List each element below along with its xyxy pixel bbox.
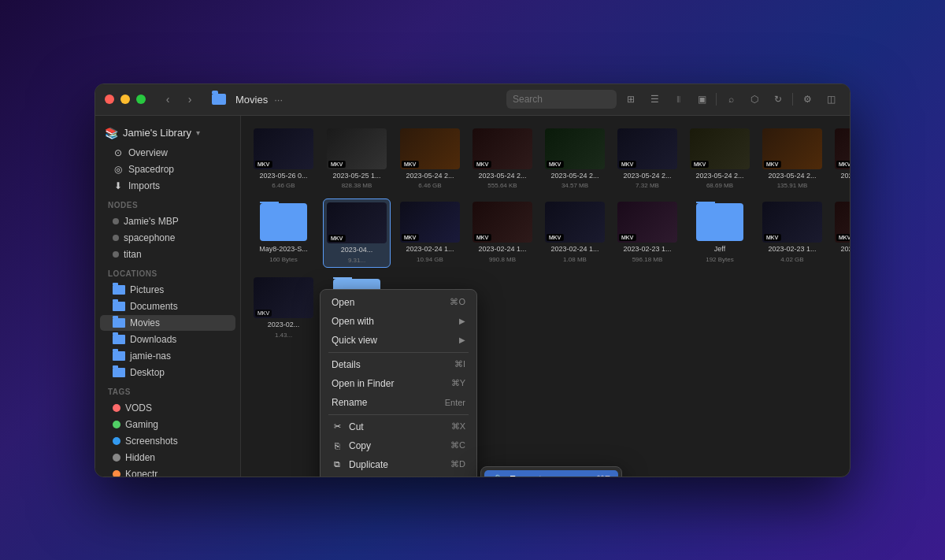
library-selector[interactable]: 📚 Jamie's Library ▾	[95, 122, 240, 144]
file-thumbnail: MKV	[472, 202, 532, 243]
cm-item-cut[interactable]: ✂ Cut ⌘X	[324, 417, 473, 436]
back-button[interactable]: ‹	[158, 90, 177, 109]
window-title: Movies	[235, 94, 268, 106]
sidebar-item-movies[interactable]: Movies	[100, 315, 235, 331]
title-options[interactable]: ···	[274, 94, 283, 106]
cm-rename-shortcut: Enter	[445, 398, 465, 407]
file-item[interactable]: MKV 2023-02-24 1... 1.08 MB	[542, 198, 608, 268]
cm-open-shortcut: ⌘O	[450, 297, 465, 307]
sidebar-item-tag-hidden[interactable]: Hidden	[100, 450, 235, 465]
node-dot-jamie	[113, 218, 119, 224]
file-item-folder[interactable]: May8-2023-S... 160 Bytes	[250, 198, 317, 268]
desktop-folder-icon	[113, 368, 125, 377]
refresh-icon[interactable]: ↻	[769, 90, 788, 109]
file-item[interactable]: MKV 2023-05-24 2... 68.69 MB	[687, 125, 753, 193]
sidebar-item-imports[interactable]: ⬇ Imports	[100, 178, 235, 194]
cm-item-open-with[interactable]: Open with ▶	[324, 312, 473, 331]
file-size: 6.46 GB	[418, 182, 441, 189]
sidebar-overview-label: Overview	[128, 147, 168, 158]
cm-item-open-finder[interactable]: Open in Finder ⌘Y	[324, 374, 473, 393]
downloads-folder-icon	[113, 335, 125, 344]
mkv-badge: MKV	[402, 234, 419, 241]
sidebar-item-overview[interactable]: ⊙ Overview	[100, 145, 235, 161]
sidebar-item-jamie-mbp[interactable]: Jamie's MBP	[100, 213, 235, 229]
file-item[interactable]: MKV 2023-05-24 2... 135.91 MB	[759, 125, 825, 193]
file-item[interactable]: MKV 2023-02-23 1... 596.18 MB	[614, 198, 680, 268]
minimize-button[interactable]	[120, 95, 130, 104]
file-item-folder[interactable]: Jeff 192 Bytes	[687, 198, 753, 268]
library-name: Jamie's Library	[123, 127, 191, 139]
file-item[interactable]: MKV 2023-02-24 1... 990.8 MB	[469, 198, 536, 268]
file-size: 10.94 GB	[417, 256, 443, 263]
file-item[interactable]: MKV 2023-05-24 2... 7.32 MB	[614, 125, 680, 193]
file-item[interactable]: MKV 2023-05-26 0... 6.46 GB	[250, 125, 317, 193]
file-item-selected[interactable]: MKV 2023-04... 9.31...	[323, 198, 391, 268]
sidebar-downloads-label: Downloads	[130, 334, 176, 345]
file-thumbnail	[254, 202, 313, 243]
cm-quick-view-arrow: ▶	[459, 336, 465, 344]
search-icon[interactable]: ⌕	[721, 90, 740, 109]
columns-view-icon[interactable]: ⫴	[669, 90, 687, 109]
sidebar-item-jamie-nas[interactable]: jamie-nas	[100, 348, 235, 364]
cut-icon: ✂	[332, 421, 343, 432]
mkv-badge: MKV	[764, 234, 781, 241]
thumb-content	[400, 202, 460, 243]
sidebar-item-spacedrop[interactable]: ◎ Spacedrop	[100, 161, 235, 177]
cm-rename-label: Rename	[332, 397, 439, 408]
search-input[interactable]	[506, 90, 617, 109]
file-size: 1.08 MB	[563, 256, 587, 263]
file-item[interactable]: MKV 2023-05-24 2... 555.64 KB	[469, 125, 536, 193]
file-item[interactable]: 2023-02... 1.43...	[250, 274, 317, 342]
thumb-content	[545, 128, 605, 169]
sidebar-item-pictures[interactable]: Pictures	[100, 282, 235, 298]
grid-view-icon[interactable]: ⊞	[621, 90, 640, 109]
sidebar-item-tag-konectr[interactable]: Konectr	[100, 466, 235, 477]
forward-button[interactable]: ›	[180, 90, 199, 109]
sidebar-item-titan[interactable]: titan	[100, 247, 235, 262]
cm-item-copy[interactable]: ⎘ Copy ⌘C	[324, 436, 473, 455]
file-thumbnail: MKV	[762, 202, 822, 243]
cm-item-duplicate[interactable]: ⧉ Duplicate ⌘D	[324, 455, 473, 474]
file-thumbnail: MKV	[400, 202, 460, 243]
file-item[interactable]: MKV 2023-05-25 1... 828.38 MB	[323, 125, 391, 193]
file-size: 555.64 KB	[487, 182, 517, 189]
sidebar-spacedrop-label: Spacedrop	[128, 164, 174, 175]
file-size: 34.57 MB	[561, 182, 588, 189]
sidebar-item-documents[interactable]: Documents	[100, 299, 235, 314]
filter-icon[interactable]: ⚙	[798, 90, 817, 109]
cm-item-open[interactable]: Open ⌘O	[324, 293, 473, 312]
file-size: 1.43...	[275, 332, 292, 339]
list-view-icon[interactable]: ☰	[645, 90, 664, 109]
cm-item-encrypt[interactable]: 🔒 Encrypt ⌘E	[484, 470, 618, 477]
media-view-icon[interactable]: ▣	[692, 90, 711, 109]
file-size: 596.18 MB	[632, 256, 663, 263]
sidebar-item-desktop[interactable]: Desktop	[100, 365, 235, 380]
sidebar-item-downloads[interactable]: Downloads	[100, 332, 235, 347]
maximize-button[interactable]	[136, 95, 146, 104]
cm-item-rename[interactable]: Rename Enter	[324, 393, 473, 412]
tag-dot-gaming	[113, 421, 120, 428]
sidebar-toggle-icon[interactable]: ◫	[821, 90, 840, 109]
mkv-badge: MKV	[547, 161, 564, 168]
file-item[interactable]: MKV 2023-02-23 1... 4.02 GB	[759, 198, 825, 268]
cm-item-quick-view[interactable]: Quick view ▶	[324, 331, 473, 350]
cm-copy-shortcut: ⌘C	[450, 440, 465, 451]
file-thumbnail: MKV	[617, 128, 677, 169]
cm-item-details[interactable]: Details ⌘I	[324, 355, 473, 374]
tag-icon[interactable]: ⬡	[745, 90, 764, 109]
sidebar-item-spacephone[interactable]: spacephone	[100, 230, 235, 246]
sidebar-item-tag-gaming[interactable]: Gaming	[100, 417, 235, 432]
file-item[interactable]: MKV 2023-05-24 2... 34.57 MB	[542, 125, 608, 193]
file-item[interactable]: MKV 2023-05-24 2... 67.83 MB	[832, 125, 850, 193]
file-name: 2023-02-23 1...	[623, 245, 671, 254]
file-item[interactable]: MKV 2023-05-24 2... 6.46 GB	[397, 125, 463, 193]
file-item[interactable]: MKV 2023-02-23 1... 181.83 MB	[832, 198, 850, 268]
sidebar-item-tag-vods[interactable]: VODS	[100, 400, 235, 416]
close-button[interactable]	[105, 95, 114, 104]
cm-open-with-label: Open with	[332, 316, 453, 327]
thumb-content	[400, 128, 460, 169]
folder-icon-large	[696, 203, 743, 241]
file-size: 7.32 MB	[636, 182, 659, 189]
sidebar-item-tag-screenshots[interactable]: Screenshots	[100, 433, 235, 449]
file-item[interactable]: MKV 2023-02-24 1... 10.94 GB	[397, 198, 463, 268]
